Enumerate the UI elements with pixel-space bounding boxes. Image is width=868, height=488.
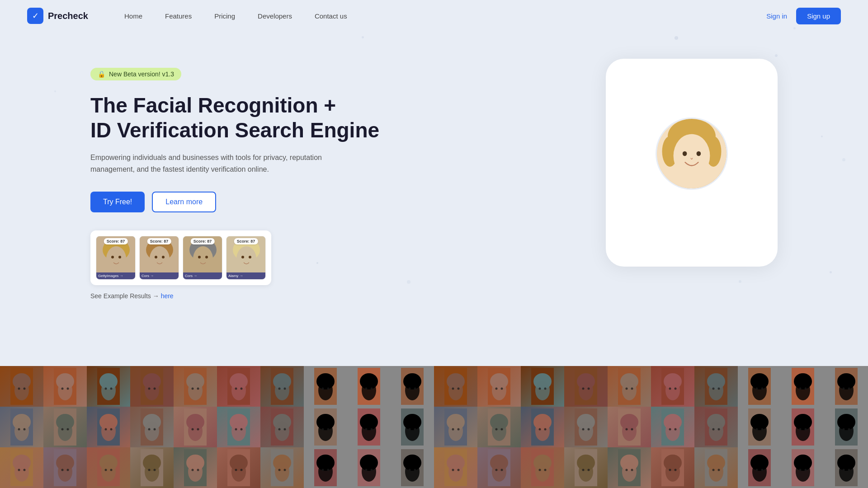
svg-point-269 [362,462,376,482]
svg-point-75 [409,388,411,390]
see-example-link[interactable]: here [161,292,174,300]
svg-point-34 [58,380,72,400]
face-cell [564,407,608,447]
svg-point-284 [492,462,506,482]
result-item: Score: 87 Cors → [139,236,179,280]
svg-point-60 [278,388,281,390]
result-source: Cors → [140,272,179,279]
svg-point-131 [24,428,26,431]
svg-point-275 [409,469,411,471]
svg-point-319 [796,462,810,482]
svg-point-156 [241,428,243,431]
svg-point-141 [110,428,113,431]
face-cell [43,447,87,488]
svg-point-46 [154,388,156,390]
svg-point-51 [197,388,199,390]
hero-subtitle: Empowering individuals and businesses wi… [90,152,326,175]
face-cell [347,447,391,488]
svg-point-230 [18,469,20,471]
beta-badge: 🔒 New Beta version! v1.3 [90,68,181,80]
svg-point-69 [362,380,376,400]
face-cell [174,407,217,447]
svg-point-155 [235,428,237,431]
svg-point-110 [712,388,715,390]
face-cell [87,447,130,488]
result-source: GettyImages → [96,272,135,279]
face-cell [608,447,651,488]
svg-point-274 [405,462,420,482]
nav-pricing[interactable]: Pricing [214,12,235,20]
learn-more-button[interactable]: Learn more [152,192,216,212]
see-example-text: See Example Results → [90,292,161,300]
svg-point-125 [843,388,845,390]
face-cell [825,407,868,447]
face-cell [347,407,391,447]
face-cell [477,366,521,407]
svg-point-216 [761,428,764,431]
face-row [0,366,868,407]
svg-point-169 [362,421,376,441]
nav-home[interactable]: Home [124,12,142,20]
signup-button[interactable]: Sign up [796,8,841,24]
svg-point-270 [365,469,368,471]
svg-point-321 [805,469,807,471]
svg-point-264 [318,462,333,482]
svg-point-134 [58,421,72,441]
svg-point-201 [631,428,633,431]
svg-point-190 [539,428,541,431]
result-item: Score: 87 GettyImages → [96,236,136,280]
svg-point-159 [275,421,289,441]
face-cell [651,366,694,407]
svg-point-26 [697,151,701,156]
svg-point-326 [848,469,850,471]
svg-point-50 [192,388,194,390]
try-free-button[interactable]: Try Free! [90,192,145,212]
result-score: Score: 87 [104,238,128,244]
svg-point-204 [665,421,680,441]
nav-features[interactable]: Features [165,12,192,20]
svg-point-101 [631,388,633,390]
svg-point-9 [162,256,165,258]
svg-point-65 [322,388,324,390]
logo-icon: ✓ [27,8,43,24]
logo-text: Precheck [48,11,88,21]
svg-point-56 [241,388,243,390]
svg-point-300 [626,469,628,471]
phone-face [656,117,728,190]
svg-point-151 [197,428,199,431]
svg-point-225 [843,428,845,431]
svg-point-31 [24,388,26,390]
logo[interactable]: ✓ Precheck [27,8,88,24]
svg-point-7 [150,246,170,272]
face-cell [130,447,174,488]
result-item: Score: 87 Alamy → [226,236,266,280]
svg-point-184 [492,421,506,441]
svg-point-315 [756,469,758,471]
hero-title-line1: The Facial Recognition + [90,94,336,117]
svg-point-2 [106,246,126,272]
svg-point-221 [805,428,807,431]
face-cell [738,407,781,447]
svg-point-25 [683,151,687,156]
face-cell [781,447,825,488]
face-cell [477,447,521,488]
hero-buttons: Try Free! Learn more [90,192,579,212]
svg-point-285 [495,469,498,471]
svg-point-94 [579,380,593,400]
svg-point-135 [61,428,64,431]
svg-point-84 [492,380,506,400]
result-score: Score: 87 [191,238,215,244]
svg-point-166 [327,428,330,431]
svg-point-246 [154,469,156,471]
svg-point-209 [709,421,723,441]
face-cell [564,366,608,407]
signin-button[interactable]: Sign in [766,12,787,20]
svg-point-39 [101,380,116,400]
nav-contact[interactable]: Contact us [315,12,347,20]
svg-point-29 [14,380,29,400]
nav-developers[interactable]: Developers [258,12,292,20]
face-cell [87,366,130,407]
face-cell [260,447,304,488]
face-cell [260,366,304,407]
face-grid [0,366,868,488]
